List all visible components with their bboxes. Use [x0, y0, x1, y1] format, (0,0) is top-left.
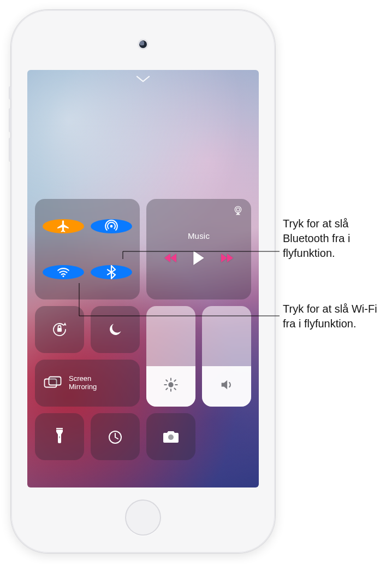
- screen-mirroring-icon: [44, 376, 62, 390]
- airdrop-toggle[interactable]: [91, 219, 132, 233]
- control-center: Music: [35, 199, 251, 460]
- do-not-disturb-toggle[interactable]: [91, 306, 140, 353]
- brightness-slider[interactable]: [146, 306, 195, 407]
- camera-icon: [162, 430, 180, 444]
- volume-slider[interactable]: [202, 306, 251, 407]
- orientation-lock-icon: [50, 320, 69, 339]
- svg-point-2: [235, 207, 241, 213]
- brightness-icon: [163, 377, 179, 395]
- ring-switch[interactable]: [9, 86, 11, 99]
- media-source-label: Music: [188, 231, 210, 240]
- moon-icon: [108, 322, 123, 337]
- orientation-lock-toggle[interactable]: [35, 306, 84, 353]
- wifi-icon: [56, 265, 70, 279]
- previous-track-button[interactable]: [164, 253, 177, 265]
- camera-button[interactable]: [146, 413, 195, 460]
- svg-rect-7: [49, 377, 61, 385]
- svg-point-10: [168, 434, 174, 440]
- screen-mirroring-button[interactable]: Screen Mirroring: [35, 360, 140, 407]
- airplay-icon[interactable]: [233, 205, 243, 218]
- timer-icon: [107, 428, 123, 445]
- svg-point-0: [110, 225, 113, 228]
- volume-down-button[interactable]: [9, 138, 11, 162]
- volume-up-button[interactable]: [9, 108, 11, 132]
- callout-bluetooth: Tryk for at slå Bluetooth fra i flyfunkt…: [283, 216, 387, 261]
- next-track-button[interactable]: [220, 253, 233, 265]
- screen-mirroring-label: Screen Mirroring: [69, 375, 97, 391]
- device-frame: Music: [11, 10, 275, 553]
- bluetooth-toggle[interactable]: [91, 265, 132, 279]
- airdrop-icon: [104, 219, 118, 233]
- flashlight-button[interactable]: [35, 413, 84, 460]
- home-button[interactable]: [125, 500, 161, 536]
- airplane-mode-toggle[interactable]: [43, 219, 84, 233]
- front-camera: [139, 40, 147, 48]
- media-controls[interactable]: Music: [146, 199, 251, 299]
- bluetooth-icon: [105, 265, 117, 279]
- screen: Music: [27, 70, 259, 487]
- connectivity-group[interactable]: [35, 199, 140, 299]
- flashlight-icon: [55, 428, 64, 445]
- svg-point-1: [62, 275, 64, 277]
- wifi-toggle[interactable]: [43, 265, 84, 279]
- dismiss-chevron-icon[interactable]: [136, 75, 150, 85]
- timer-button[interactable]: [91, 413, 140, 460]
- volume-icon: [219, 377, 234, 395]
- svg-point-5: [168, 382, 173, 387]
- play-button[interactable]: [192, 250, 206, 268]
- svg-rect-4: [57, 328, 62, 332]
- svg-point-3: [236, 208, 240, 211]
- callout-wifi: Tryk for at slå Wi-Fi fra i flyfunktion.: [283, 302, 387, 331]
- transport-controls: [164, 250, 233, 268]
- airplane-icon: [56, 219, 70, 233]
- svg-rect-8: [59, 436, 60, 438]
